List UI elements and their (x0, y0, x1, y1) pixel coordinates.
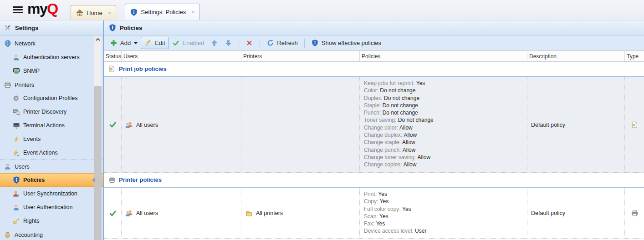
print-job-document-icon (108, 65, 116, 73)
sidebar-item-snmp[interactable]: SNMP (0, 64, 103, 78)
table-header: Status Users Printers Policies Descripti… (104, 50, 644, 62)
user-icon (12, 54, 20, 61)
column-header-printers[interactable]: Printers (241, 51, 360, 61)
enabled-button[interactable]: Enabled (169, 37, 208, 49)
policy-row-printer[interactable]: All users All printers PrintYes CopyYes … (104, 188, 644, 239)
top-bar: myQ Home × Settings: Policies × (0, 0, 644, 20)
tab-settings-policies[interactable]: Settings: Policies × (125, 4, 200, 20)
show-effective-policies-button[interactable]: Show effective policies (308, 37, 384, 49)
enabled-check-icon (109, 121, 117, 129)
toolbar-separator (304, 39, 305, 48)
monitor-icon (12, 67, 20, 75)
status-cell (104, 77, 122, 172)
sidebar-menu: Network Authentication servers SNMP (0, 35, 103, 240)
sidebar-item-policies[interactable]: Policies (0, 173, 103, 187)
sidebar-item-users[interactable]: Users (0, 160, 103, 173)
panel-header: Policies (104, 20, 644, 35)
pencil-icon (144, 39, 152, 47)
printers-cell: All printers (241, 188, 360, 238)
sidebar-item-printers[interactable]: Printers (0, 78, 103, 91)
sidebar-item-accounting[interactable]: Accounting (0, 228, 103, 240)
printer-type-icon (631, 210, 639, 217)
edit-button[interactable]: Edit (141, 37, 169, 49)
column-header-status[interactable]: Status (104, 51, 122, 61)
add-button[interactable]: Add (107, 37, 141, 49)
delete-button[interactable] (242, 37, 256, 49)
lightning-arrow-icon (12, 149, 20, 157)
description-cell: Default policy (527, 188, 625, 238)
sidebar-item-rights[interactable]: Rights (0, 214, 103, 228)
refresh-button[interactable]: Refresh (263, 37, 301, 49)
section-printer-policies: Printer policies (104, 173, 644, 187)
user-sync-icon (12, 190, 20, 198)
sidebar-item-user-synchronization[interactable]: User Synchronization (0, 187, 103, 200)
policies-cell: PrintYes CopyYes Full color copyYes Scan… (360, 188, 527, 238)
users-cell: All users (122, 188, 241, 238)
shield-icon (311, 39, 319, 47)
printers-cell (241, 77, 360, 172)
scroll-up-icon[interactable] (94, 36, 102, 43)
toolbar: Add Edit Enabled (104, 35, 644, 50)
folder-icon (245, 210, 253, 217)
section-print-job-policies: Print job policies (104, 62, 644, 76)
tab-label: Settings: Policies (141, 9, 186, 15)
column-header-description[interactable]: Description (527, 51, 625, 61)
user-icon (4, 163, 11, 170)
settings-tools-icon (4, 24, 11, 32)
refresh-icon (266, 39, 274, 47)
toolbar-separator (239, 39, 239, 48)
move-down-button[interactable] (221, 37, 235, 49)
column-header-policies[interactable]: Policies (360, 51, 527, 61)
check-icon (172, 39, 180, 47)
myq-logo: myQ (27, 0, 58, 17)
type-cell (625, 188, 644, 238)
shield-icon (108, 24, 116, 32)
policy-row-print-job[interactable]: All users Keep jobs for reprintYes Color… (104, 77, 644, 173)
printer-search-icon (12, 108, 20, 116)
users-cell: All users (122, 77, 241, 172)
tab-bar: Home × Settings: Policies × (71, 4, 200, 20)
scrollbar-thumb[interactable] (94, 86, 102, 240)
settings-sidebar: Settings Network Authentication servers (0, 20, 104, 240)
terminal-icon (12, 122, 20, 130)
description-cell: Default policy (527, 77, 625, 172)
chevron-down-icon (134, 42, 138, 44)
gear-icon (12, 95, 20, 102)
sidebar-item-configuration-profiles[interactable]: Configuration Profiles (0, 91, 103, 105)
sidebar-item-user-authentication[interactable]: User Authentication (0, 200, 103, 214)
arrow-down-icon (225, 39, 232, 47)
users-group-icon (125, 121, 133, 129)
sidebar-item-events[interactable]: Events (0, 132, 103, 146)
policies-panel: Policies Add Edit (104, 20, 644, 240)
plus-icon (110, 39, 118, 47)
panel-title: Policies (120, 25, 142, 31)
delete-x-icon (245, 39, 253, 47)
status-cell (104, 188, 122, 238)
sidebar-item-network[interactable]: Network (0, 37, 103, 50)
policies-cell: Keep jobs for reprintYes ColorDo not cha… (360, 77, 527, 172)
column-header-type[interactable]: Type (625, 51, 644, 61)
sidebar-item-terminal-actions[interactable]: Terminal Actions (0, 119, 103, 132)
tab-home[interactable]: Home × (71, 5, 116, 20)
menu-icon[interactable] (13, 6, 23, 15)
shield-icon (12, 176, 20, 184)
printer-icon (4, 81, 11, 89)
column-header-users[interactable]: Users (122, 51, 241, 61)
arrow-up-icon (210, 39, 218, 47)
app-root: myQ Home × Settings: Policies × (0, 0, 644, 240)
globe-icon (4, 40, 11, 48)
enabled-check-icon (109, 210, 117, 217)
sidebar-item-event-actions[interactable]: Event Actions (0, 146, 103, 160)
close-icon[interactable]: × (108, 10, 112, 16)
type-cell (625, 77, 644, 172)
money-bag-icon (4, 231, 11, 239)
move-up-button[interactable] (207, 37, 221, 49)
toolbar-separator (260, 39, 260, 48)
sidebar-item-authentication-servers[interactable]: Authentication servers (0, 50, 103, 64)
shield-icon (130, 8, 138, 16)
sidebar-scrollbar[interactable] (94, 36, 102, 240)
key-icon (12, 217, 20, 225)
close-icon[interactable]: × (191, 9, 195, 15)
tab-label: Home (87, 10, 102, 16)
sidebar-item-printer-discovery[interactable]: Printer Discovery (0, 105, 103, 119)
